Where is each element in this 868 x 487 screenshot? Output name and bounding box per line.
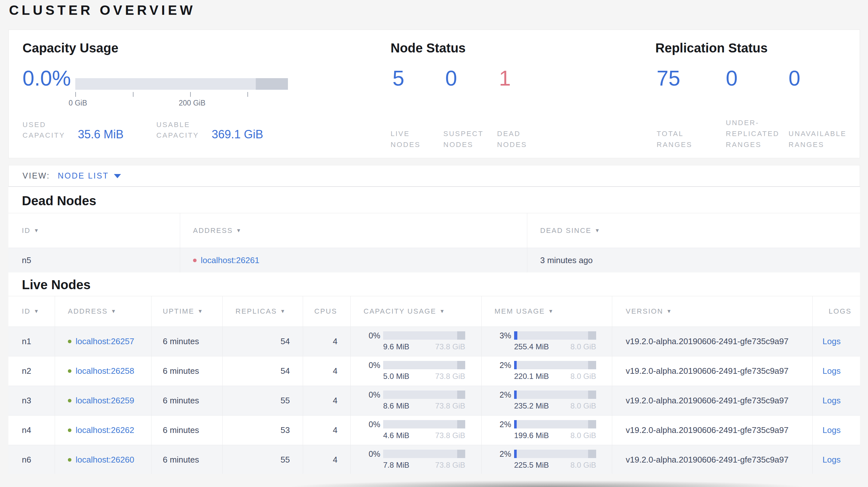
usable-capacity-value: 369.1 GiB [212,128,263,141]
node-mem-usage: 2% 225.5 MiB8.0 GiB [481,445,612,474]
capacity-mini-bar [383,450,465,458]
logs-link[interactable]: Logs [823,336,841,347]
live-status-dot-icon [68,458,71,462]
node-replicas: 55 [222,386,303,415]
node-status-title: Node Status [391,41,466,55]
node-address-cell: localhost:26262 [55,416,151,445]
capacity-mini-bar [383,390,465,399]
live-header-version[interactable]: VERSION▼ [612,296,812,326]
node-version: v19.2.0-alpha.20190606-2491-gfe735c9a97 [612,416,812,445]
node-mem-usage: 2% 220.1 MiB8.0 GiB [481,356,612,386]
view-dropdown[interactable]: NODE LIST [58,171,121,181]
node-address-cell: localhost:26257 [55,327,151,356]
mem-mini-bar [514,450,596,458]
live-nodes-label: LIVE NODES [391,114,436,150]
node-version: v19.2.0-alpha.20190606-2491-gfe735c9a97 [612,356,812,386]
capacity-bar-reserved-segment [256,78,288,90]
node-uptime: 6 minutes [151,386,222,415]
node-address-link[interactable]: localhost:26258 [75,366,134,376]
used-capacity-stat: USED CAPACITY 35.6 MiB [23,119,124,140]
node-logs-cell: Logs [812,445,860,474]
node-replicas: 54 [222,327,303,356]
node-address-link[interactable]: localhost:26260 [75,455,134,465]
capacity-mini-bar [383,420,465,428]
capacity-usage-title: Capacity Usage [23,41,118,55]
live-status-dot-icon [68,369,71,373]
axis-tick [247,92,248,97]
node-uptime: 6 minutes [151,327,222,356]
live-status-dot-icon [68,340,71,343]
sort-icon: ▼ [439,309,445,314]
node-address-cell: localhost:26258 [55,356,151,386]
live-header-mem-usage[interactable]: MEM USAGE▼ [481,296,612,326]
total-ranges-label: TOTAL RANGES [657,114,700,150]
live-node-row: n4 localhost:26262 6 minutes 53 4 0% 4.6… [8,415,860,445]
capacity-used-percent: 0.0% [23,66,71,90]
node-logs-cell: Logs [812,386,860,415]
node-logs-cell: Logs [812,416,860,445]
dead-node-address-link[interactable]: localhost:26261 [201,255,259,265]
node-id: n3 [8,386,55,415]
suspect-nodes-label: SUSPECT NODES [443,114,492,150]
dead-header-dead-since[interactable]: DEAD SINCE▼ [527,213,860,248]
cluster-overview-page: CLUSTER OVERVIEW Capacity Usage 0.0% 0 G… [0,0,868,487]
live-header-capacity-usage[interactable]: CAPACITY USAGE▼ [350,296,481,326]
dead-node-id: n5 [8,248,180,272]
dead-header-address[interactable]: ADDRESS▼ [180,213,527,248]
viewport-bottom-shadow [235,478,859,487]
usable-capacity-label: USABLE CAPACITY [156,119,212,140]
live-node-row: n2 localhost:26258 6 minutes 54 4 0% 5.0… [8,356,860,386]
live-node-row: n6 localhost:26260 6 minutes 55 4 0% 7.8… [8,445,860,474]
node-id: n4 [8,416,55,445]
node-replicas: 53 [222,416,303,445]
sort-icon: ▼ [111,309,117,314]
node-address-link[interactable]: localhost:26262 [75,425,134,435]
node-address-link[interactable]: localhost:26257 [75,336,134,347]
node-mem-usage: 3% 255.4 MiB8.0 GiB [481,327,612,356]
node-address-link[interactable]: localhost:26259 [75,396,134,405]
dead-nodes-heading: Dead Nodes [8,187,860,213]
node-uptime: 6 minutes [151,416,222,445]
live-nodes-table-header: ID▼ ADDRESS▼ UPTIME▼ REPLICAS▼ CPUS CAPA… [8,296,860,326]
live-header-replicas[interactable]: REPLICAS▼ [222,296,303,326]
logs-link[interactable]: Logs [823,425,841,435]
used-capacity-label: USED CAPACITY [23,119,78,140]
dead-nodes-label: DEAD NODES [497,114,539,150]
dead-node-dead-since: 3 minutes ago [527,248,860,272]
axis-label-200: 200 GiB [179,99,205,107]
view-selected-value: NODE LIST [58,171,109,181]
dead-header-id[interactable]: ID▼ [8,213,180,248]
sort-icon: ▼ [197,309,203,314]
sort-icon: ▼ [34,309,39,314]
node-address-cell: localhost:26259 [55,386,151,415]
node-mem-usage: 2% 235.2 MiB8.0 GiB [481,386,612,415]
live-header-logs: LOGS [812,296,860,326]
under-replicated-label: UNDER-REPLICATED RANGES [726,114,795,150]
live-header-id[interactable]: ID▼ [8,296,55,326]
node-version: v19.2.0-alpha.20190606-2491-gfe735c9a97 [612,445,812,474]
nodes-content: Dead Nodes ID▼ ADDRESS▼ DEAD SINCE▼ n5 l… [8,187,860,474]
mem-mini-bar [514,420,596,428]
logs-link[interactable]: Logs [823,366,841,376]
node-cpus: 4 [303,445,350,474]
node-id: n6 [8,445,55,474]
dead-node-row: n5 localhost:26261 3 minutes ago [8,248,860,272]
sort-icon: ▼ [594,228,600,233]
logs-link[interactable]: Logs [823,396,841,405]
dead-status-dot-icon [193,259,196,262]
sort-icon: ▼ [280,309,286,314]
node-cpus: 4 [303,416,350,445]
view-label: VIEW: [23,171,50,181]
node-logs-cell: Logs [812,356,860,386]
dead-nodes-count: 1 [499,66,511,90]
live-header-uptime[interactable]: UPTIME▼ [151,296,222,326]
node-replicas: 55 [222,445,303,474]
node-version: v19.2.0-alpha.20190606-2491-gfe735c9a97 [612,386,812,415]
live-header-address[interactable]: ADDRESS▼ [55,296,151,326]
node-capacity-usage: 0% 9.6 MiB73.8 GiB [350,327,481,356]
node-uptime: 6 minutes [151,445,222,474]
logs-link[interactable]: Logs [823,455,841,465]
node-capacity-usage: 0% 8.6 MiB73.8 GiB [350,386,481,415]
suspect-nodes-count: 0 [445,66,457,90]
live-status-dot-icon [68,428,71,432]
